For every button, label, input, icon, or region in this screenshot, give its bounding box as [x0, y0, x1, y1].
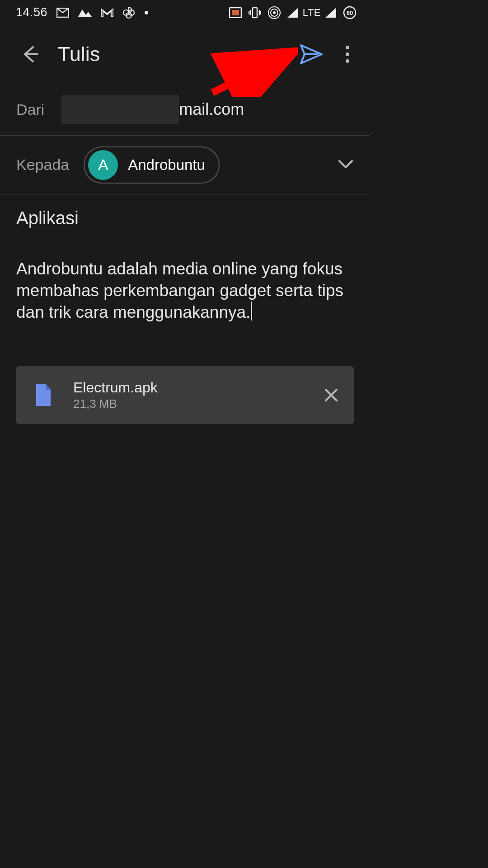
attachment-name: Electrum.apk [73, 379, 318, 396]
send-button[interactable] [293, 36, 329, 72]
remove-attachment-button[interactable] [318, 382, 345, 409]
from-tail: mail.com [179, 100, 244, 119]
body-text-content: Androbuntu adalah media online yang foku… [16, 259, 343, 321]
svg-rect-3 [253, 8, 257, 18]
redacted-email [61, 95, 179, 124]
signal2-icon [325, 8, 336, 18]
photos-icon [78, 8, 92, 18]
body-area[interactable]: Androbuntu adalah media online yang foku… [0, 242, 370, 323]
svg-point-11 [346, 59, 349, 63]
status-left: 14.56 [16, 5, 149, 19]
signal-icon [287, 8, 298, 18]
vibrate-icon [249, 7, 261, 19]
to-label: Kepada [16, 156, 69, 174]
attach-button[interactable] [257, 36, 293, 72]
recipient-name: Androbuntu [128, 156, 205, 174]
battery-icon: 80 [343, 6, 357, 19]
svg-point-4 [273, 11, 276, 14]
gmail-icon [101, 8, 113, 18]
from-row[interactable]: Dari mail.com [0, 84, 370, 136]
page-title: Tulis [58, 42, 257, 66]
subject-input[interactable] [16, 208, 354, 228]
avatar: A [88, 150, 118, 180]
pinwheel-icon [122, 6, 135, 19]
hotspot-icon [268, 6, 281, 19]
svg-point-0 [145, 11, 148, 14]
status-right: LTE 80 [229, 6, 357, 19]
svg-text:80: 80 [347, 9, 353, 16]
status-bar: 14.56 LTE [0, 0, 370, 25]
mail-icon [56, 8, 69, 18]
attachment-card[interactable]: Electrum.apk 21,3 MB [16, 366, 354, 424]
dot-icon [144, 10, 149, 15]
file-icon [30, 382, 57, 409]
svg-rect-2 [232, 10, 239, 15]
back-button[interactable] [16, 41, 43, 68]
subject-row[interactable] [0, 194, 370, 242]
attachment-info: Electrum.apk 21,3 MB [73, 379, 318, 411]
body-text[interactable]: Androbuntu adalah media online yang foku… [16, 258, 354, 323]
cast-icon [229, 7, 242, 18]
expand-recipients-button[interactable] [338, 159, 354, 171]
svg-point-9 [346, 46, 349, 49]
from-label: Dari [16, 101, 44, 118]
network-type: LTE [303, 7, 321, 19]
recipient-chip[interactable]: A Androbuntu [84, 146, 220, 184]
svg-point-10 [346, 52, 349, 56]
to-row[interactable]: Kepada A Androbuntu [0, 136, 370, 194]
attachment-size: 21,3 MB [73, 397, 318, 411]
text-cursor [251, 302, 252, 321]
from-value: mail.com [61, 95, 244, 124]
more-button[interactable] [329, 36, 366, 72]
clock: 14.56 [16, 5, 47, 19]
app-bar: Tulis [0, 25, 370, 84]
